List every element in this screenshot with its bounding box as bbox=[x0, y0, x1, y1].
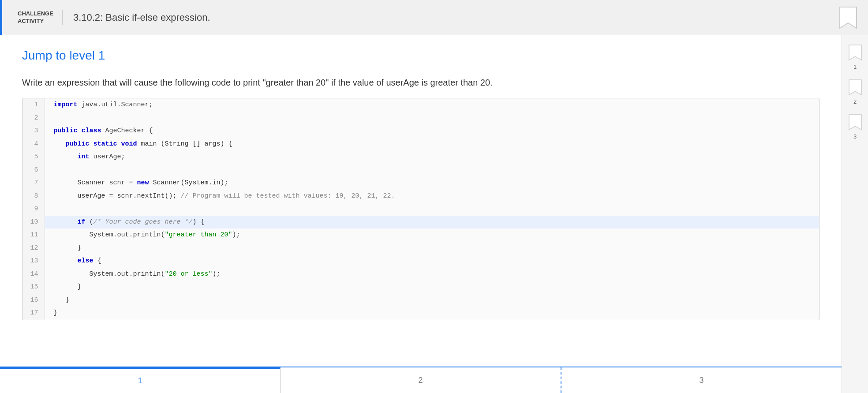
table-row: 17 } bbox=[22, 307, 819, 320]
right-sidebar: 1 2 3 bbox=[842, 35, 868, 393]
table-row: 12 } bbox=[22, 242, 819, 255]
header-title: 3.10.2: Basic if-else expression. bbox=[73, 12, 210, 23]
level-1-number: 1 bbox=[853, 64, 857, 70]
table-row: 4 public static void main (String [] arg… bbox=[22, 138, 819, 151]
table-row: 8 userAge = scnr.nextInt(); // Program w… bbox=[22, 190, 819, 203]
level-badge-1-container[interactable]: 1 bbox=[848, 44, 862, 70]
table-row: 7 Scanner scnr = new Scanner(System.in); bbox=[22, 176, 819, 190]
tab-2[interactable]: 2 bbox=[281, 367, 561, 393]
level-2-badge-icon bbox=[848, 79, 862, 97]
level-badge-2-container[interactable]: 2 bbox=[848, 79, 862, 105]
table-row: 9 bbox=[22, 202, 819, 216]
table-row: 6 bbox=[22, 164, 819, 177]
level-3-number: 3 bbox=[853, 133, 857, 140]
tab-1[interactable]: 1 bbox=[0, 367, 281, 393]
bottom-tabs: 1 2 3 bbox=[0, 367, 842, 393]
table-row: 2 bbox=[22, 112, 819, 125]
level-1-badge-icon bbox=[848, 44, 862, 62]
challenge-label: CHALLENGE ACTIVITY bbox=[18, 10, 63, 25]
level-2-number: 2 bbox=[853, 98, 857, 105]
header: CHALLENGE ACTIVITY 3.10.2: Basic if-else… bbox=[0, 0, 868, 35]
table-row: 16 } bbox=[22, 294, 819, 307]
table-row: 3 public class AgeChecker { bbox=[22, 124, 819, 138]
tab-3[interactable]: 3 bbox=[561, 367, 842, 393]
code-table: 1 import java.util.Scanner; 2 3 public c… bbox=[22, 98, 819, 320]
table-row: 11 System.out.println("greater than 20")… bbox=[22, 228, 819, 242]
table-row: 5 int userAge; bbox=[22, 150, 819, 164]
bookmark-icon bbox=[839, 6, 857, 29]
level-3-badge-icon bbox=[848, 114, 862, 131]
table-row: 1 import java.util.Scanner; bbox=[22, 98, 819, 112]
level-badge-3-container[interactable]: 3 bbox=[848, 114, 862, 140]
jump-to-level-link[interactable]: Jump to level 1 bbox=[22, 49, 819, 63]
table-row-highlighted[interactable]: 10 if (/* Your code goes here */) { bbox=[22, 216, 819, 229]
table-row: 14 System.out.println("20 or less"); bbox=[22, 268, 819, 281]
code-editor[interactable]: 1 import java.util.Scanner; 2 3 public c… bbox=[22, 98, 819, 320]
header-accent-bar bbox=[0, 0, 2, 35]
instruction-text: Write an expression that will cause the … bbox=[22, 76, 819, 89]
table-row: 15 } bbox=[22, 281, 819, 294]
content-area: Jump to level 1 Write an expression that… bbox=[0, 35, 842, 393]
table-row: 13 else { bbox=[22, 255, 819, 268]
